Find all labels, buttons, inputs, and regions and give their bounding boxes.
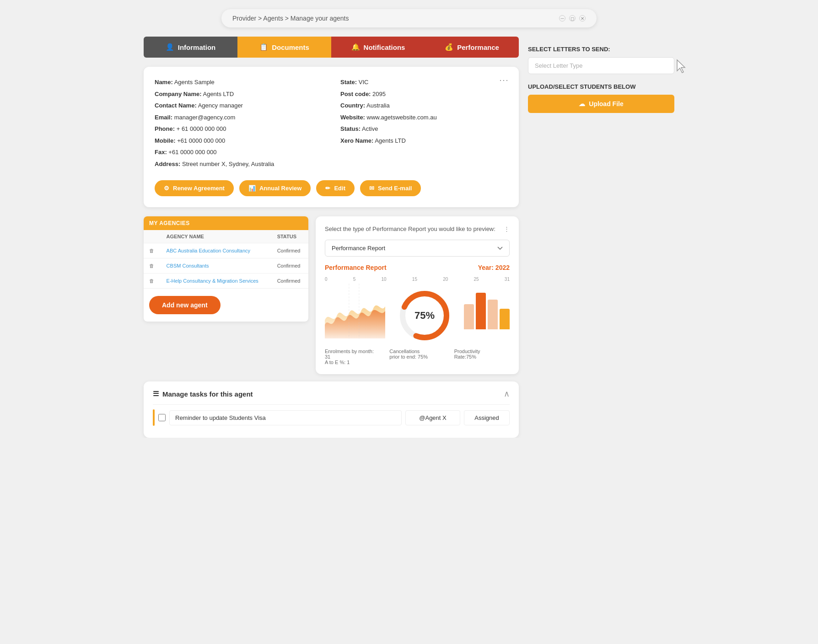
performance-panel: Select the type of Performance Report yo… — [316, 216, 519, 374]
agency-status: Confirmed — [272, 243, 308, 258]
performance-icon: 💰 — [445, 43, 453, 51]
upload-file-button[interactable]: ☁ Upload File — [528, 95, 674, 113]
perf-year: Year: 2022 — [478, 264, 510, 271]
bar-3 — [488, 300, 498, 329]
notifications-icon: 🔔 — [351, 43, 360, 51]
agent-country: Country: Australia — [340, 101, 508, 110]
tabs-bar: 👤 Information 📋 Documents 🔔 Notification… — [144, 37, 519, 58]
agency-row: 🗑 CBSM Consultants Confirmed — [144, 258, 308, 274]
tasks-collapse-btn[interactable]: ∧ — [504, 389, 510, 399]
perf-header: Select the type of Performance Report yo… — [325, 225, 510, 232]
agencies-table: AGENCY NAME STATUS 🗑 ABC Australia Educa… — [144, 230, 308, 289]
perf-report-header: Performance Report Year: 2022 — [325, 264, 510, 271]
trash-icon[interactable]: 🗑 — [144, 243, 161, 258]
agency-status: Confirmed — [272, 274, 308, 289]
trash-icon[interactable]: 🗑 — [144, 274, 161, 289]
tab-performance[interactable]: 💰 Performance — [425, 37, 519, 58]
task-status: Assigned — [464, 410, 510, 425]
performance-report-select[interactable]: Performance Report — [325, 240, 510, 257]
tasks-panel: ☰ Manage tasks for this agent ∧ Reminder… — [144, 381, 519, 438]
tab-performance-label: Performance — [457, 43, 499, 51]
stat-enrolments: Enrolments by month: 31 A to E %: 1 — [325, 349, 380, 365]
select-letter-wrapper: Select Letter Type — [528, 57, 674, 74]
tasks-icon: ☰ — [153, 390, 159, 398]
chart-icon: 📊 — [248, 185, 256, 192]
wave-chart — [325, 284, 385, 343]
task-checkbox[interactable] — [158, 414, 166, 421]
minimize-btn[interactable]: ─ — [559, 15, 565, 21]
trash-icon[interactable]: 🗑 — [144, 258, 161, 274]
upload-icon: ☁ — [579, 100, 585, 107]
col-agency-name: AGENCY NAME — [161, 230, 272, 243]
agent-state: State: VIC — [340, 78, 508, 87]
agency-name[interactable]: ABC Australia Education Consultancy — [161, 243, 272, 258]
perf-report-title: Performance Report — [325, 264, 387, 271]
stat-productivity: Productivity Rate:75% — [454, 349, 510, 365]
agent-address: Address: Street number X, Sydney, Austra… — [155, 160, 322, 169]
agent-mobile: Mobile: +61 0000 000 000 — [155, 136, 322, 145]
stats-row: Enrolments by month: 31 A to E %: 1 Canc… — [325, 349, 510, 365]
documents-icon: 📋 — [259, 43, 268, 51]
agency-row: 🗑 E-Help Consultancy & Migration Service… — [144, 274, 308, 289]
select-letter-dropdown[interactable]: Select Letter Type — [528, 57, 674, 74]
bar-1 — [464, 304, 474, 329]
agencies-panel: MY AGENCIES AGENCY NAME STATUS 🗑 ABC Aus… — [144, 216, 308, 322]
task-bar — [153, 409, 155, 426]
send-email-button[interactable]: ✉ Send E-mail — [360, 180, 421, 196]
add-new-agent-button[interactable]: Add new agent — [149, 296, 221, 314]
tasks-header: ☰ Manage tasks for this agent ∧ — [153, 389, 510, 399]
agent-xero: Xero Name: Agents LTD — [340, 136, 508, 145]
agent-card: ⋮ Name: Agents Sample Company Name: Agen… — [144, 67, 519, 207]
cursor-icon — [675, 59, 688, 74]
agency-name[interactable]: CBSM Consultants — [161, 258, 272, 274]
browser-url: Provider > Agents > Manage your agents — [232, 15, 349, 22]
select-letter-placeholder: Select Letter Type — [535, 62, 583, 69]
close-btn[interactable]: ✕ — [579, 15, 586, 21]
agencies-header: MY AGENCIES — [144, 216, 308, 230]
agent-info-left: Name: Agents Sample Company Name: Agents… — [155, 78, 322, 171]
agent-website: Website: www.agetswebsite.com.au — [340, 113, 508, 122]
col-status: STATUS — [272, 230, 308, 243]
bar-2 — [476, 293, 486, 329]
bottom-left: MY AGENCIES AGENCY NAME STATUS 🗑 ABC Aus… — [144, 216, 519, 374]
agent-name: Name: Agents Sample — [155, 78, 322, 87]
maximize-btn[interactable]: ◻ — [569, 15, 576, 21]
agency-status: Confirmed — [272, 258, 308, 274]
agent-company: Company Name: Agents LTD — [155, 90, 322, 99]
agent-actions: ⚙ Renew Agreement 📊 Annual Review ✏ Edit… — [155, 180, 508, 196]
tab-notifications[interactable]: 🔔 Notifications — [331, 37, 425, 58]
browser-controls: ─ ◻ ✕ — [559, 15, 586, 21]
donut-chart: 75% — [393, 288, 457, 343]
agent-info-right: State: VIC Post code: 2095 Country: Aust… — [340, 78, 508, 171]
select-letters-title: SELECT LETTERS TO SEND: — [528, 46, 674, 53]
stat-cancellations: Cancellations prior to end: 75% — [389, 349, 445, 365]
task-assignee: @Agent X — [405, 410, 460, 425]
col-trash — [144, 230, 161, 243]
agent-phone: Phone: + 61 0000 000 000 — [155, 124, 322, 134]
agency-name[interactable]: E-Help Consultancy & Migration Services — [161, 274, 272, 289]
agent-email: Email: manager@agency.com — [155, 113, 322, 122]
tab-documents[interactable]: 📋 Documents — [237, 37, 331, 58]
settings-icon: ⚙ — [164, 185, 169, 192]
task-label: Reminder to update Students Visa — [169, 410, 402, 425]
annual-review-button[interactable]: 📊 Annual Review — [239, 180, 311, 196]
perf-prompt: Select the type of Performance Report yo… — [325, 225, 495, 232]
information-icon: 👤 — [166, 43, 174, 51]
more-options-btn[interactable]: ⋮ — [499, 76, 510, 86]
right-panel: SELECT LETTERS TO SEND: Select Letter Ty… — [528, 37, 674, 438]
upload-title: UPLOAD/SELECT STUDENTS BELOW — [528, 83, 674, 90]
agent-fax: Fax: +61 0000 000 000 — [155, 148, 322, 157]
edit-button[interactable]: ✏ Edit — [316, 180, 355, 196]
bar-chart — [464, 284, 510, 343]
tab-information[interactable]: 👤 Information — [144, 37, 237, 58]
tasks-title: ☰ Manage tasks for this agent — [153, 390, 253, 398]
perf-more-options[interactable]: ⋮ — [504, 225, 510, 232]
donut-percentage: 75% — [414, 310, 435, 322]
bar-4 — [500, 309, 510, 329]
email-icon: ✉ — [369, 185, 374, 192]
tab-documents-label: Documents — [272, 43, 309, 51]
renew-agreement-button[interactable]: ⚙ Renew Agreement — [155, 180, 234, 196]
right-panel-content: SELECT LETTERS TO SEND: Select Letter Ty… — [528, 37, 674, 122]
agent-contact: Contact Name: Agency manager — [155, 101, 322, 110]
agency-row: 🗑 ABC Australia Education Consultancy Co… — [144, 243, 308, 258]
